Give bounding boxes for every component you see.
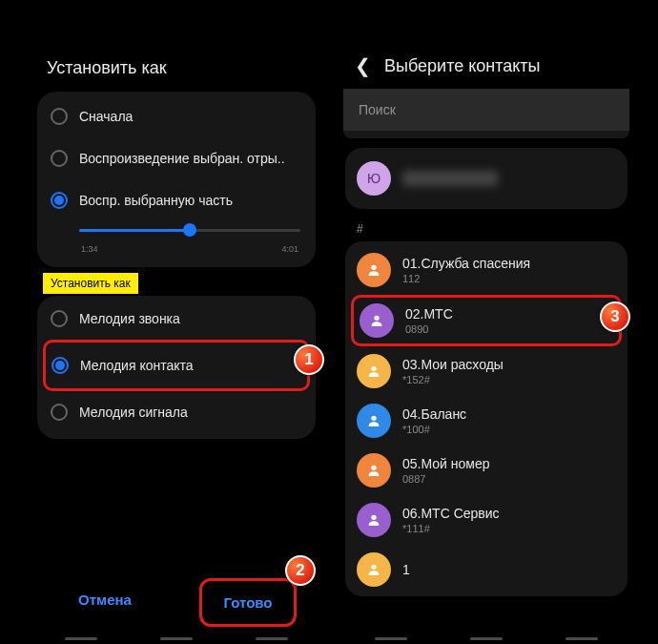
slider-knob[interactable] [183,223,196,237]
radio-icon [51,192,68,209]
playback-slider[interactable]: 1:34 4:01 [45,221,308,254]
avatar [357,404,391,438]
contact-row-highlighted[interactable]: 02.МТС0890 3 [351,295,622,346]
avatar: Ю [357,161,391,196]
set-as-card: Мелодия звонка Мелодия контакта 1 Мелоди… [37,296,316,439]
option-label: Воспр. выбранную часть [79,193,233,208]
option-label: Мелодия контакта [80,358,194,373]
radio-icon [51,357,69,374]
contact-row[interactable]: 01.Служба спасения112 [345,245,627,295]
contact-number: 112 [402,273,530,284]
option-label: Мелодия сигнала [79,405,188,420]
contact-melody-highlight: Мелодия контакта 1 [43,340,310,391]
contact-row[interactable]: 04.Баланс*100# [345,396,627,446]
contact-row[interactable]: 06.МТС Сервис*111# [345,495,627,545]
recent-contact-card: Ю [345,148,627,209]
svg-point-1 [374,316,379,321]
avatar [357,503,391,537]
contact-name: 06.МТС Сервис [402,506,500,521]
page-title: Выберите контакты [384,56,541,76]
play-from-start-option[interactable]: Сначала [45,95,308,137]
contact-number: 0887 [402,473,490,485]
contacts-list: 01.Служба спасения112 02.МТС0890 3 03.Мо… [345,241,627,596]
alarm-melody-option[interactable]: Мелодия сигнала [45,391,308,433]
avatar [357,354,391,388]
svg-point-3 [371,416,376,421]
radio-icon [51,404,68,421]
svg-point-0 [371,265,376,270]
footer-buttons: Отмена Готово 2 [33,578,319,627]
avatar [357,552,391,587]
contact-name: 04.Баланс [402,406,466,422]
option-label: Воспроизведение выбран. отры.. [79,151,285,166]
contact-name: 01.Служба спасения [402,256,530,271]
step-badge-3: 3 [600,301,630,332]
contact-name: 03.Мои расходы [402,357,504,372]
android-nav-bar [33,637,319,640]
avatar [357,453,391,488]
previous-card-peek [343,131,629,138]
page-title: Установить как [33,33,319,92]
done-button[interactable]: Готово [199,578,297,627]
recent-contact[interactable]: Ю [345,152,627,205]
time-end: 4:01 [281,244,298,254]
option-label: Мелодия звонка [79,311,180,326]
contact-number: 0890 [405,323,453,335]
time-start: 1:34 [81,244,98,254]
svg-point-5 [371,515,376,520]
step-badge-1: 1 [294,344,324,375]
svg-point-4 [371,466,376,470]
contact-number: *152# [402,374,504,385]
avatar [360,303,394,338]
contact-number: *100# [402,424,466,435]
avatar [357,253,391,287]
left-screen: Установить как Сначала Воспроизведение в… [33,33,319,644]
ringtone-option[interactable]: Мелодия звонка [45,298,308,340]
right-screen: ❮ Выберите контакты Поиск Ю # 01.Служба … [343,33,629,644]
playback-card: Сначала Воспроизведение выбран. отры.. В… [37,92,316,267]
svg-point-2 [371,366,376,371]
play-selected-part-option[interactable]: Воспр. выбранную часть [45,179,308,221]
radio-icon [51,150,68,167]
set-as-badge: Установить как [43,273,138,294]
blurred-name [402,171,498,186]
cancel-button[interactable]: Отмена [33,578,176,627]
contact-row[interactable]: 05.Мой номер0887 [345,446,627,495]
contact-name: 05.Мой номер [402,456,490,471]
step-badge-2: 2 [285,555,316,586]
radio-icon [51,310,68,327]
android-nav-bar [343,637,629,640]
radio-icon [51,108,68,125]
svg-point-6 [371,565,376,570]
play-selected-clip-option[interactable]: Воспроизведение выбран. отры.. [45,137,308,179]
option-label: Сначала [79,109,133,124]
contact-name: 1 [402,562,410,577]
contact-row[interactable]: 1 [345,545,627,594]
contact-row[interactable]: 03.Мои расходы*152# [345,346,627,396]
back-icon[interactable]: ❮ [355,54,371,77]
section-header: # [343,218,629,241]
contact-melody-option[interactable]: Мелодия контакта [46,344,307,386]
contact-number: *111# [402,523,500,534]
contact-name: 02.МТС [405,306,453,322]
search-input[interactable]: Поиск [343,89,629,131]
